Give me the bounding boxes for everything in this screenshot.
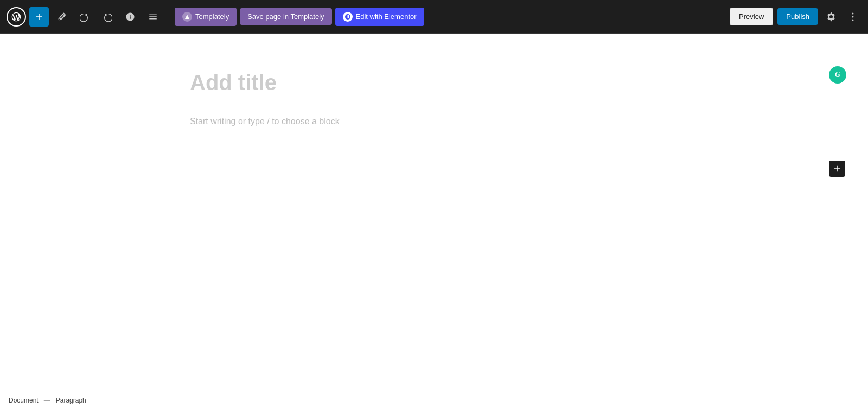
document-label[interactable]: Document bbox=[9, 397, 39, 404]
editor-area: Add title Start writing or type / to cho… bbox=[0, 34, 868, 392]
elementor-label: Edit with Elementor bbox=[356, 12, 417, 21]
floating-icons: G bbox=[829, 66, 846, 177]
title-input[interactable]: Add title bbox=[190, 66, 678, 99]
grammarly-button[interactable]: G bbox=[829, 66, 846, 84]
publish-label: Publish bbox=[786, 12, 809, 21]
block-label[interactable]: Paragraph bbox=[56, 397, 86, 404]
add-block-floating-button[interactable] bbox=[829, 161, 845, 177]
tools-button[interactable] bbox=[52, 7, 72, 27]
save-page-templately-button[interactable]: Save page in Templately bbox=[240, 8, 331, 25]
list-view-button[interactable] bbox=[143, 7, 163, 27]
toolbar-right: Preview Publish bbox=[730, 8, 861, 25]
save-templately-label: Save page in Templately bbox=[247, 12, 324, 21]
details-button[interactable] bbox=[120, 7, 140, 27]
body-input[interactable]: Start writing or type / to choose a bloc… bbox=[190, 117, 678, 126]
add-block-toolbar-button[interactable] bbox=[29, 7, 49, 27]
grammarly-letter: G bbox=[835, 71, 840, 79]
templately-icon bbox=[182, 12, 192, 22]
editor-content: Add title Start writing or type / to cho… bbox=[190, 34, 678, 159]
elementor-icon bbox=[343, 12, 353, 22]
bottom-bar-content: Document — Paragraph bbox=[9, 397, 86, 404]
publish-button[interactable]: Publish bbox=[777, 8, 818, 25]
toolbar-center: Templately Save page in Templately Edit … bbox=[175, 8, 424, 26]
templately-label: Templately bbox=[195, 12, 229, 21]
more-options-button[interactable] bbox=[844, 8, 861, 25]
templately-button[interactable]: Templately bbox=[175, 8, 237, 26]
undo-button[interactable] bbox=[75, 7, 94, 27]
wordpress-logo[interactable] bbox=[7, 7, 26, 27]
settings-button[interactable] bbox=[822, 8, 840, 25]
preview-button[interactable]: Preview bbox=[730, 8, 773, 25]
preview-label: Preview bbox=[739, 12, 764, 21]
redo-button[interactable] bbox=[98, 7, 117, 27]
bottom-bar-separator: — bbox=[44, 397, 50, 404]
bottom-bar: Document — Paragraph bbox=[0, 392, 868, 408]
edit-elementor-button[interactable]: Edit with Elementor bbox=[335, 8, 424, 26]
svg-point-0 bbox=[345, 14, 350, 20]
toolbar: Templately Save page in Templately Edit … bbox=[0, 0, 868, 34]
